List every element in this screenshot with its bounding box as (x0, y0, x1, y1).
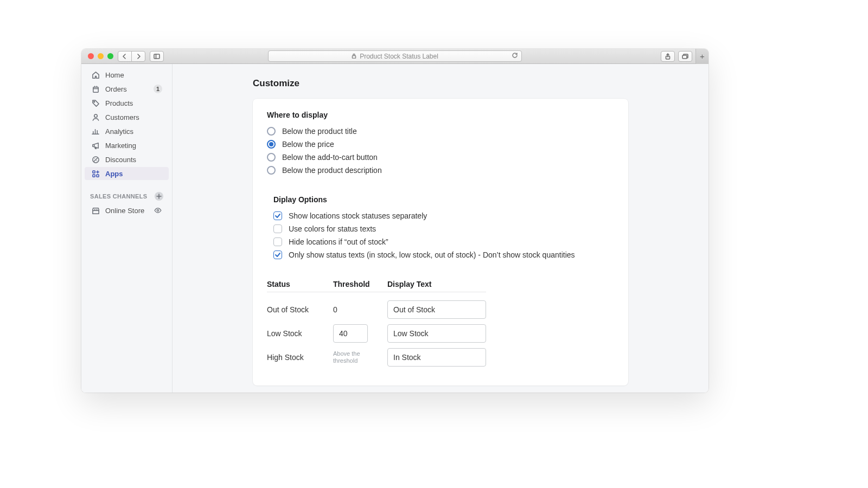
radio-label: Below the price (282, 140, 334, 149)
megaphone-icon (91, 141, 100, 150)
window-minimize-button[interactable] (98, 53, 104, 59)
display-text-input[interactable] (387, 300, 486, 319)
address-bar[interactable]: Product Stock Status Label (268, 50, 522, 62)
page-title: Customize (253, 78, 628, 89)
checkbox-label: Show locations stock statuses separately (289, 211, 427, 220)
radio-label: Below the product description (282, 166, 382, 175)
sidebar-item-label: Customers (105, 113, 139, 121)
sidebar-item-marketing[interactable]: Marketing (85, 139, 169, 152)
threshold-note: Above the threshold (333, 350, 376, 364)
checkbox-label: Use colors for status texts (289, 224, 376, 233)
status-table: Status Threshold Display Text Out of Sto… (267, 280, 486, 369)
sidebar-item-label: Discounts (105, 156, 136, 164)
sidebar-toggle-button[interactable] (150, 51, 164, 62)
radio-label: Below the product title (282, 127, 357, 136)
nav-forward-button[interactable] (131, 51, 145, 62)
svg-point-11 (157, 209, 158, 211)
tabs-button[interactable] (678, 51, 692, 62)
threshold-input[interactable] (333, 324, 368, 343)
view-store-icon[interactable] (154, 206, 162, 215)
window-controls (86, 53, 113, 59)
radio-label: Below the add-to-cart button (282, 153, 378, 162)
svg-point-6 (94, 114, 97, 117)
checkbox-input[interactable] (273, 237, 282, 246)
user-icon (91, 113, 100, 121)
analytics-icon (91, 127, 100, 136)
lock-icon (352, 53, 356, 60)
threshold-value: 0 (333, 305, 387, 314)
sidebar-item-products[interactable]: Products (85, 97, 169, 110)
add-channel-button[interactable] (155, 192, 163, 201)
checkbox-input[interactable] (273, 251, 282, 259)
sidebar-item-label: Analytics (105, 127, 133, 136)
tag-icon (91, 99, 100, 107)
th-threshold: Threshold (333, 280, 387, 288)
sidebar-item-label: Apps (105, 170, 123, 178)
option-hide-oos[interactable]: Hide locations if “out of stock” (273, 235, 614, 248)
svg-rect-10 (96, 174, 98, 176)
where-option-below-description[interactable]: Below the product description (267, 164, 614, 177)
option-show-locations[interactable]: Show locations stock statuses separately (273, 209, 614, 222)
checkbox-input[interactable] (273, 211, 282, 220)
sidebar-section-title: SALES CHANNELS (90, 193, 147, 200)
row-low-stock: Low Stock (267, 322, 486, 345)
status-label: High Stock (267, 353, 333, 362)
where-option-below-add-to-cart[interactable]: Below the add-to-cart button (267, 151, 614, 164)
checkbox-input[interactable] (273, 224, 282, 233)
store-icon (91, 206, 100, 215)
main: Customize Where to display Below the pro… (173, 64, 709, 393)
sidebar-item-analytics[interactable]: Analytics (85, 125, 169, 138)
sidebar-item-label: Products (105, 99, 133, 107)
radio-input[interactable] (267, 127, 276, 136)
display-text-input[interactable] (387, 324, 486, 343)
sidebar: Home Orders 1 Products Customers (81, 64, 173, 393)
svg-rect-3 (682, 55, 687, 59)
svg-point-5 (93, 101, 94, 102)
status-label: Out of Stock (267, 305, 333, 314)
apps-icon (91, 169, 100, 178)
radio-input[interactable] (267, 166, 276, 175)
sidebar-channel-online-store[interactable]: Online Store (85, 204, 169, 217)
window-close-button[interactable] (88, 53, 94, 59)
sidebar-item-label: Online Store (105, 207, 144, 215)
orders-badge: 1 (154, 85, 162, 93)
row-out-of-stock: Out of Stock 0 (267, 298, 486, 322)
sidebar-item-label: Marketing (105, 142, 136, 150)
svg-rect-0 (154, 54, 159, 59)
option-use-colors[interactable]: Use colors for status texts (273, 222, 614, 235)
browser-window: Product Stock Status Label + Home (81, 49, 709, 393)
option-only-status-text[interactable]: Only show status texts (in stock, low st… (273, 248, 614, 261)
display-options-title: Diplay Options (273, 195, 614, 204)
sidebar-item-orders[interactable]: Orders 1 (85, 82, 169, 95)
home-icon (91, 70, 100, 79)
sidebar-item-home[interactable]: Home (85, 68, 169, 81)
svg-rect-4 (93, 87, 98, 92)
orders-icon (91, 85, 100, 93)
svg-rect-9 (92, 174, 94, 176)
discount-icon (91, 155, 100, 164)
row-high-stock: High Stock Above the threshold (267, 345, 486, 369)
where-option-below-price[interactable]: Below the price (267, 138, 614, 151)
nav-back-button[interactable] (118, 51, 132, 62)
titlebar: Product Stock Status Label + (81, 49, 709, 64)
checkbox-label: Hide locations if “out of stock” (289, 237, 388, 246)
svg-rect-8 (92, 170, 94, 172)
th-status: Status (267, 280, 333, 288)
checkbox-label: Only show status texts (in stock, low st… (289, 251, 575, 259)
window-maximize-button[interactable] (107, 53, 113, 59)
sidebar-item-apps[interactable]: Apps (85, 167, 169, 180)
display-text-input[interactable] (387, 348, 486, 367)
status-label: Low Stock (267, 329, 333, 338)
svg-rect-1 (353, 55, 356, 58)
radio-input[interactable] (267, 140, 276, 149)
th-display: Display Text (387, 280, 486, 288)
share-button[interactable] (661, 51, 675, 62)
radio-input[interactable] (267, 153, 276, 162)
sidebar-item-customers[interactable]: Customers (85, 111, 169, 124)
nav-back-forward (118, 51, 145, 62)
where-option-below-title[interactable]: Below the product title (267, 125, 614, 138)
new-tab-button[interactable]: + (695, 49, 709, 64)
sidebar-item-discounts[interactable]: Discounts (85, 153, 169, 166)
sidebar-item-label: Orders (105, 85, 127, 93)
reload-icon[interactable] (512, 52, 518, 60)
